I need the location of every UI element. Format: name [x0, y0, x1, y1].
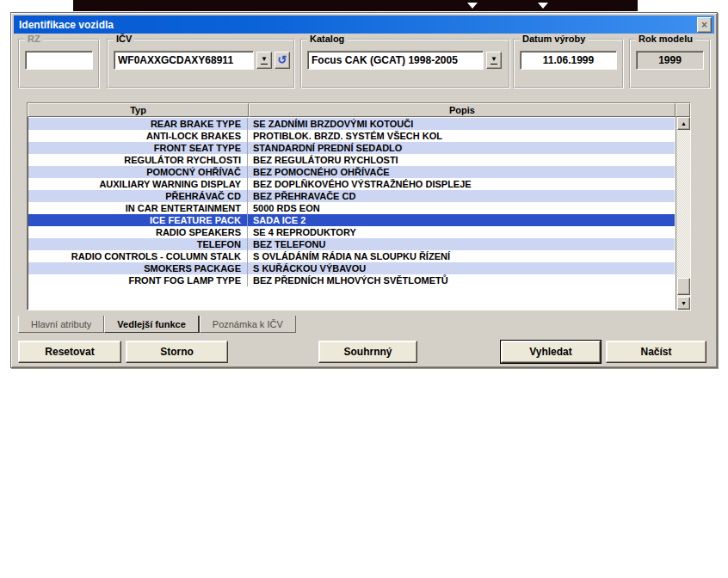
icv-group: IČV ▼ ↺ — [107, 39, 295, 89]
column-header-typ[interactable]: Typ — [28, 103, 249, 117]
model-year-label: Rok modelu — [636, 34, 695, 44]
table-row[interactable]: PŘEHRÁVAČ CDBEZ PŘEHRAVAČE CD — [28, 190, 675, 202]
dialog-title: Identifikace vozidla — [19, 19, 114, 31]
close-icon[interactable]: × — [697, 17, 712, 33]
scrollbar-thumb[interactable] — [677, 278, 690, 295]
undo-icon: ↺ — [278, 56, 287, 65]
table-row[interactable]: SMOKERS PACKAGES KUŘÁCKOU VÝBAVOU — [28, 262, 675, 274]
model-year-value: 1999 — [636, 51, 704, 70]
table-row[interactable]: ANTI-LOCK BRAKESPROTIBLOK. BRZD. SYSTÉM … — [28, 130, 675, 142]
column-header-stub — [676, 103, 690, 117]
table-row[interactable]: REAR BRAKE TYPESE ZADNÍMI BRZDOVÝMI KOTO… — [28, 118, 675, 130]
rz-label: RZ — [25, 34, 43, 44]
storno-button[interactable]: Storno — [126, 341, 228, 363]
tab-strip: Hlavní atributy Vedlejší funkce Poznámka… — [18, 316, 296, 333]
chevron-down-icon: ▼ — [261, 56, 268, 65]
nacist-button[interactable]: Načíst — [606, 341, 706, 363]
icv-dropdown-button[interactable]: ▼ — [256, 52, 272, 69]
table-row[interactable]: FRONT FOG LAMP TYPEBEZ PŘEDNÍCH MLHOVÝCH… — [28, 274, 675, 286]
column-header-popis[interactable]: Popis — [249, 103, 676, 117]
tab-hlavni-atributy[interactable]: Hlavní atributy — [18, 316, 104, 333]
table-header: Typ Popis — [28, 103, 690, 117]
table-row[interactable]: REGULÁTOR RYCHLOSTIBEZ REGULÁTORU RYCHLO… — [28, 154, 675, 166]
production-date-value: 11.06.1999 — [520, 51, 617, 70]
table-row[interactable]: IN CAR ENTERTAINMENT5000 RDS EON — [28, 202, 675, 214]
table-row[interactable]: AUXILIARY WARNING DISPLAYBEZ DOPLŇKOVÉHO… — [28, 178, 675, 190]
table-row[interactable]: FRONT SEAT TYPESTANDARDNÍ PREDNÍ SEDADLO — [28, 142, 675, 154]
background-window-edge — [73, 0, 638, 11]
scroll-up-icon[interactable]: ▲ — [677, 117, 690, 130]
chevron-down-icon: ▼ — [490, 56, 497, 65]
table-body: REAR BRAKE TYPESE ZADNÍMI BRZDOVÝMI KOTO… — [28, 118, 675, 286]
table-row[interactable]: TELEFONBEZ TELEFONU — [28, 238, 675, 250]
rz-input[interactable] — [25, 51, 93, 70]
background-arrow-icon — [467, 3, 478, 9]
vyhledat-button[interactable]: Vyhledat — [501, 341, 601, 363]
vehicle-identification-dialog: Identifikace vozidla × RZ IČV ▼ ↺ Katalo… — [10, 12, 718, 368]
resetovat-button[interactable]: Resetovat — [18, 341, 121, 363]
souhrnny-button[interactable]: Souhrnný — [318, 341, 417, 363]
tab-vedlejsi-funkce[interactable]: Vedlejší funkce — [104, 316, 199, 333]
table-row[interactable]: RADIO SPEAKERSSE 4 REPRODUKTORY — [28, 226, 675, 238]
katalog-group: Katalog ▼ — [300, 39, 510, 89]
icv-input[interactable] — [114, 51, 254, 70]
attributes-table: Typ Popis REAR BRAKE TYPESE ZADNÍMI BRZD… — [27, 102, 691, 311]
table-row[interactable]: RADIO CONTROLS - COLUMN STALKS OVLÁDÁNÍM… — [28, 250, 675, 262]
scroll-down-icon[interactable]: ▼ — [677, 297, 690, 310]
production-date-label: Datum výroby — [520, 34, 588, 44]
tab-poznamka-k-icv[interactable]: Poznámka k IČV — [200, 316, 296, 333]
production-date-group: Datum výroby 11.06.1999 — [513, 39, 624, 89]
katalog-input[interactable] — [307, 51, 484, 70]
table-row-selected[interactable]: ICE FEATURE PACKSADA ICE 2 — [28, 214, 675, 226]
icv-label: IČV — [114, 34, 134, 44]
model-year-group: Rok modelu 1999 — [629, 39, 711, 89]
icv-reload-button[interactable]: ↺ — [275, 52, 290, 69]
katalog-dropdown-button[interactable]: ▼ — [486, 52, 502, 69]
table-row[interactable]: POMOCNÝ OHŘÍVAČBEZ POMOCNÉHO OHŘÍVAČE — [28, 166, 675, 178]
background-arrow-icon — [538, 3, 548, 9]
rz-group: RZ — [18, 39, 100, 89]
titlebar[interactable]: Identifikace vozidla × — [14, 15, 714, 34]
vertical-scrollbar[interactable]: ▲ ▼ — [676, 117, 690, 310]
katalog-label: Katalog — [307, 34, 347, 44]
